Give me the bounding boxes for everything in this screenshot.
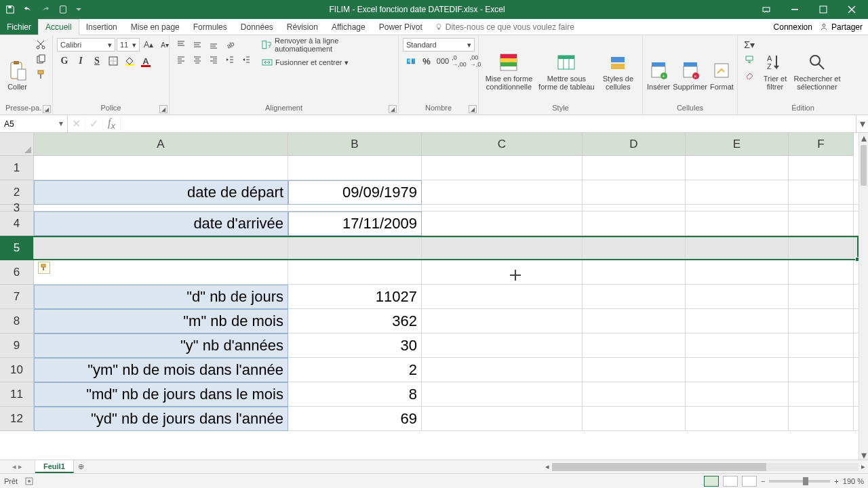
cell-C4[interactable] [422, 211, 583, 236]
row-header-11[interactable]: 11 [0, 382, 34, 407]
insert-options-smart-tag[interactable] [38, 262, 50, 274]
scroll-left-button[interactable]: ◂ [542, 462, 552, 471]
horizontal-scrollbar[interactable]: ◂ ▸ [542, 460, 868, 473]
cell-A8[interactable]: "m" nb de mois [34, 309, 288, 333]
fill-color-button[interactable] [122, 54, 137, 68]
conditional-formatting-button[interactable]: Mise en forme conditionnelle [483, 38, 535, 91]
column-header-B[interactable]: B [288, 133, 422, 156]
sort-filter-button[interactable]: AZ Trier et filtrer [760, 38, 791, 91]
page-break-view-button[interactable] [742, 476, 757, 487]
name-box[interactable]: A5 ▾ [0, 115, 68, 132]
thousands-button[interactable]: 000 [435, 54, 450, 68]
cell-F4[interactable] [789, 211, 854, 236]
cell-E6[interactable] [686, 260, 789, 285]
insert-function-button[interactable]: fx [103, 117, 121, 131]
maximize-button[interactable] [810, 0, 837, 19]
vertical-scrollbar[interactable]: ▴ ▾ [859, 133, 868, 460]
cell-C6[interactable] [422, 260, 583, 285]
cell-A1[interactable] [34, 156, 288, 180]
scroll-down-button[interactable]: ▾ [859, 450, 868, 460]
delete-cells-button[interactable]: × Supprimer [673, 38, 707, 91]
increase-font-button[interactable]: A▴ [141, 38, 156, 52]
cell-F6[interactable] [789, 260, 854, 285]
wrap-text-button[interactable]: Renvoyer à la ligne automatiquement [259, 38, 394, 52]
row-header-1[interactable]: 1 [0, 156, 34, 180]
cell-A4[interactable]: date d'arrivée [34, 211, 288, 236]
cell-C8[interactable] [422, 309, 583, 333]
row-header-4[interactable]: 4 [0, 211, 34, 236]
cell-F2[interactable] [789, 180, 854, 205]
font-dialog-launcher[interactable]: ◢ [159, 105, 167, 113]
tab-home[interactable]: Accueil [38, 19, 79, 35]
bold-button[interactable]: G [57, 54, 72, 68]
cell-A11[interactable]: "md" nb de jours dans le mois [34, 382, 288, 407]
cell-E7[interactable] [686, 285, 789, 309]
share-button[interactable]: Partager [819, 22, 863, 32]
cell-C10[interactable] [422, 358, 583, 382]
cell-C9[interactable] [422, 333, 583, 358]
cell-A10[interactable]: "ym" nb de mois dans l'année [34, 358, 288, 382]
cell-C2[interactable] [422, 180, 583, 205]
align-left-button[interactable] [174, 53, 189, 66]
cell-B9[interactable]: 30 [288, 333, 422, 358]
align-top-button[interactable] [174, 38, 189, 52]
cell-E5[interactable] [686, 236, 789, 260]
number-dialog-launcher[interactable]: ◢ [469, 105, 477, 113]
cell-B3[interactable] [288, 205, 422, 211]
number-format-combo[interactable]: Standard▾ [403, 38, 475, 52]
cell-A7[interactable]: "d" nb de jours [34, 285, 288, 309]
tab-view[interactable]: Affichage [325, 19, 372, 35]
cell-E4[interactable] [686, 211, 789, 236]
cell-styles-button[interactable]: Styles de cellules [598, 38, 638, 91]
cell-E1[interactable] [686, 156, 789, 180]
fill-button[interactable] [742, 53, 757, 66]
cell-A2[interactable]: date de départ [34, 180, 288, 205]
format-cells-button[interactable]: Format [710, 38, 734, 91]
clear-button[interactable] [742, 68, 757, 81]
cell-D12[interactable] [583, 407, 686, 431]
cell-F8[interactable] [789, 309, 854, 333]
cell-B2[interactable]: 09/09/1979 [288, 180, 422, 205]
cell-B11[interactable]: 8 [288, 382, 422, 407]
font-size-combo[interactable]: 11▾ [117, 38, 140, 52]
cell-F1[interactable] [789, 156, 854, 180]
scroll-up-button[interactable]: ▴ [859, 133, 868, 142]
close-button[interactable] [838, 0, 865, 19]
row-header-7[interactable]: 7 [0, 285, 34, 309]
cell-F7[interactable] [789, 285, 854, 309]
cell-B12[interactable]: 69 [288, 407, 422, 431]
cell-F9[interactable] [789, 333, 854, 358]
cell-B6[interactable] [288, 260, 422, 285]
increase-decimal-button[interactable]: ,0→,00 [452, 54, 467, 68]
sign-in-link[interactable]: Connexion [774, 22, 812, 32]
sheet-nav[interactable]: ◂ ▸ [0, 460, 35, 473]
hscroll-thumb[interactable] [552, 463, 766, 471]
decrease-indent-button[interactable] [222, 53, 237, 66]
expand-formula-bar[interactable]: ▾ [856, 115, 868, 132]
normal-view-button[interactable] [704, 476, 719, 487]
italic-button[interactable]: I [73, 54, 88, 68]
cell-D11[interactable] [583, 382, 686, 407]
cell-A12[interactable]: "yd" nb de jours dans l'année [34, 407, 288, 431]
clipboard-dialog-launcher[interactable]: ◢ [43, 105, 51, 113]
tab-insert[interactable]: Insertion [79, 19, 124, 35]
cell-E10[interactable] [686, 358, 789, 382]
format-painter-button[interactable] [33, 68, 48, 81]
cell-F11[interactable] [789, 382, 854, 407]
sheet-tab-feuil1[interactable]: Feuil1 [35, 460, 74, 473]
scroll-right-button[interactable]: ▸ [859, 462, 868, 471]
tell-me-search[interactable]: Dites-nous ce que vous voulez faire [429, 19, 574, 35]
cancel-formula-button[interactable]: ✕ [68, 117, 85, 130]
formula-bar-input[interactable] [121, 115, 856, 132]
tab-power-pivot[interactable]: Power Pivot [372, 19, 429, 35]
cell-B1[interactable] [288, 156, 422, 180]
tab-page-layout[interactable]: Mise en page [124, 19, 186, 35]
row-header-10[interactable]: 10 [0, 358, 34, 382]
cell-D1[interactable] [583, 156, 686, 180]
cell-F10[interactable] [789, 358, 854, 382]
cell-E2[interactable] [686, 180, 789, 205]
cell-C1[interactable] [422, 156, 583, 180]
underline-button[interactable]: S [90, 54, 104, 68]
cell-D2[interactable] [583, 180, 686, 205]
cell-E8[interactable] [686, 309, 789, 333]
